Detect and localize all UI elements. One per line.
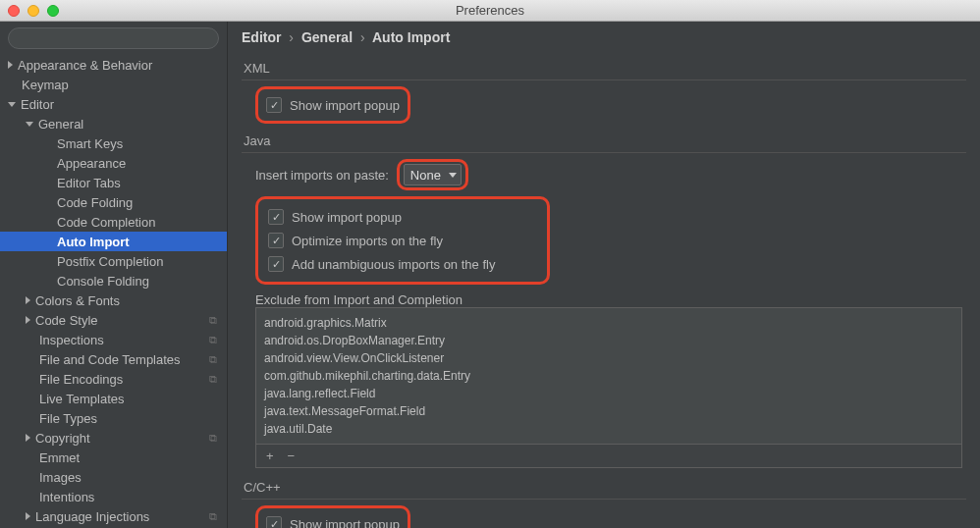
- exclude-item[interactable]: java.text.MessageFormat.Field: [264, 402, 953, 420]
- sidebar-item-file-and-code-templates[interactable]: File and Code Templates⧉: [0, 349, 227, 369]
- project-scope-icon: ⧉: [209, 314, 217, 327]
- sidebar-item-file-encodings[interactable]: File Encodings⧉: [0, 369, 227, 389]
- java-optimize-label: Optimize imports on the fly: [292, 234, 443, 248]
- sidebar-item-keymap[interactable]: Keymap: [0, 75, 227, 94]
- divider: [242, 499, 966, 500]
- sidebar-item-label: Keymap: [22, 78, 69, 92]
- sidebar-item-postfix-completion[interactable]: Postfix Completion: [0, 251, 227, 271]
- exclude-item[interactable]: com.github.mikephil.charting.data.Entry: [264, 367, 953, 385]
- sidebar-item-smart-keys[interactable]: Smart Keys: [0, 133, 227, 153]
- sidebar-item-images[interactable]: Images: [0, 467, 227, 487]
- sidebar-item-label: General: [38, 117, 83, 132]
- highlight-java-checks: Show import popup Optimize imports on th…: [255, 196, 550, 285]
- sidebar-item-code-folding[interactable]: Code Folding: [0, 192, 227, 212]
- java-unambiguous-row[interactable]: Add unambiguous imports on the fly: [268, 252, 537, 276]
- sidebar-item-code-style[interactable]: Code Style⧉: [0, 310, 227, 330]
- sidebar-item-language-injections[interactable]: Language Injections⧉: [0, 506, 227, 526]
- project-scope-icon: ⧉: [209, 510, 217, 523]
- sidebar-item-label: Emmet: [39, 450, 80, 465]
- sidebar-item-colors-fonts[interactable]: Colors & Fonts: [0, 290, 227, 310]
- sidebar-item-inspections[interactable]: Inspections⧉: [0, 330, 227, 349]
- window-title: Preferences: [0, 3, 980, 18]
- java-unambiguous-label: Add unambiguous imports on the fly: [292, 257, 495, 272]
- settings-panel: Editor › General › Auto Import XML Show …: [228, 22, 980, 528]
- sidebar-item-appearance[interactable]: Appearance: [0, 153, 227, 173]
- sidebar-item-editor[interactable]: Editor: [0, 94, 227, 114]
- sidebar-item-label: File Types: [39, 411, 97, 426]
- sidebar-item-label: Language Injections: [35, 509, 149, 524]
- breadcrumb-autoimport: Auto Import: [372, 29, 450, 45]
- sidebar-item-code-completion[interactable]: Code Completion: [0, 212, 227, 232]
- sidebar-item-label: Code Completion: [57, 215, 155, 230]
- sidebar-item-editor-tabs[interactable]: Editor Tabs: [0, 173, 227, 192]
- exclude-item[interactable]: java.lang.reflect.Field: [264, 385, 953, 402]
- sidebar-item-live-templates[interactable]: Live Templates: [0, 389, 227, 408]
- chevron-down-icon[interactable]: [26, 122, 33, 127]
- section-xml: XML: [244, 61, 966, 76]
- sidebar-item-console-folding[interactable]: Console Folding: [0, 271, 227, 290]
- exclude-item[interactable]: android.os.DropBoxManager.Entry: [264, 332, 953, 349]
- sidebar-item-label: Smart Keys: [57, 136, 123, 151]
- sidebar-item-intentions[interactable]: Intentions: [0, 487, 227, 506]
- sidebar-item-auto-import[interactable]: Auto Import: [0, 232, 227, 251]
- chevron-right-icon[interactable]: [26, 512, 30, 520]
- search-input[interactable]: [8, 27, 219, 49]
- project-scope-icon: ⧉: [209, 432, 217, 445]
- xml-show-popup-row[interactable]: Show import popup: [266, 93, 400, 117]
- project-scope-icon: ⧉: [209, 353, 217, 366]
- chevron-right-icon[interactable]: [26, 434, 30, 442]
- sidebar-item-appearance-behavior[interactable]: Appearance & Behavior: [0, 55, 227, 75]
- sidebar-item-label: Editor Tabs: [57, 176, 121, 190]
- sidebar-item-label: Appearance & Behavior: [18, 58, 152, 73]
- ccpp-show-popup-row[interactable]: Show import popup: [266, 512, 400, 528]
- chevron-right-icon[interactable]: [8, 61, 13, 69]
- exclude-list[interactable]: android.graphics.Matrixandroid.os.DropBo…: [255, 307, 962, 445]
- highlight-insert-select: None: [397, 159, 468, 190]
- project-scope-icon: ⧉: [209, 373, 217, 386]
- checkbox-icon[interactable]: [268, 209, 284, 225]
- exclude-item[interactable]: android.view.View.OnClickListener: [264, 349, 953, 367]
- chevron-down-icon: [449, 173, 457, 178]
- section-ccpp: C/C++: [244, 480, 966, 495]
- sidebar-item-label: File and Code Templates: [39, 352, 181, 367]
- chevron-right-icon[interactable]: [26, 296, 30, 304]
- sidebar-item-file-types[interactable]: File Types: [0, 408, 227, 428]
- sidebar: Appearance & BehaviorKeymapEditorGeneral…: [0, 22, 228, 528]
- checkbox-icon[interactable]: [268, 256, 284, 272]
- java-show-popup-label: Show import popup: [292, 210, 402, 225]
- insert-imports-select[interactable]: None: [404, 164, 462, 185]
- checkbox-icon[interactable]: [268, 233, 284, 248]
- sidebar-item-label: Postfix Completion: [57, 254, 163, 269]
- project-scope-icon: ⧉: [209, 334, 217, 346]
- highlight-xml-popup: Show import popup: [255, 86, 410, 124]
- checkbox-icon[interactable]: [266, 97, 282, 113]
- sidebar-item-general[interactable]: General: [0, 114, 227, 133]
- breadcrumb: Editor › General › Auto Import: [242, 29, 966, 45]
- sidebar-item-label: Code Style: [35, 313, 98, 328]
- breadcrumb-general[interactable]: General: [301, 29, 353, 45]
- sidebar-item-label: Console Folding: [57, 274, 149, 289]
- chevron-down-icon[interactable]: [8, 102, 16, 107]
- section-java: Java: [244, 133, 966, 148]
- sidebar-item-label: Copyright: [35, 431, 90, 446]
- titlebar: Preferences: [0, 0, 980, 22]
- highlight-ccpp-popup: Show import popup: [255, 505, 410, 528]
- exclude-item[interactable]: java.util.Date: [264, 420, 953, 438]
- checkbox-icon[interactable]: [266, 516, 282, 528]
- exclude-item[interactable]: android.graphics.Matrix: [264, 314, 953, 332]
- sidebar-item-label: Appearance: [57, 156, 126, 171]
- sidebar-item-label: Colors & Fonts: [35, 293, 120, 308]
- chevron-right-icon[interactable]: [26, 316, 30, 324]
- sidebar-item-label: Intentions: [39, 490, 94, 504]
- sidebar-item-label: Inspections: [39, 333, 104, 347]
- add-button[interactable]: +: [266, 449, 274, 463]
- settings-tree: Appearance & BehaviorKeymapEditorGeneral…: [0, 53, 227, 528]
- breadcrumb-editor[interactable]: Editor: [242, 29, 281, 45]
- java-show-popup-row[interactable]: Show import popup: [268, 205, 537, 229]
- sidebar-item-label: Live Templates: [39, 392, 124, 406]
- xml-show-popup-label: Show import popup: [290, 98, 400, 113]
- sidebar-item-copyright[interactable]: Copyright⧉: [0, 428, 227, 448]
- remove-button[interactable]: −: [288, 449, 296, 463]
- java-optimize-row[interactable]: Optimize imports on the fly: [268, 229, 537, 252]
- sidebar-item-emmet[interactable]: Emmet: [0, 448, 227, 467]
